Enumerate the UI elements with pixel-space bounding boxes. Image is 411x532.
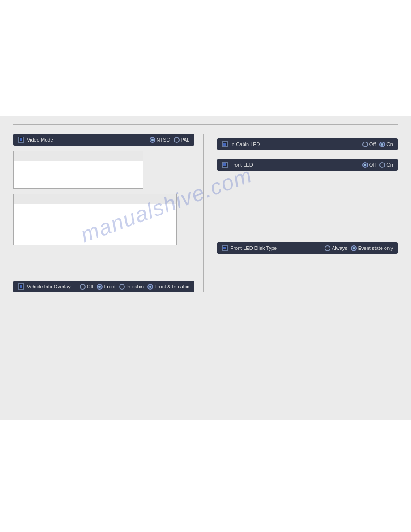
- front-led-row: Front LED Off On: [217, 159, 398, 171]
- blink-always-option[interactable]: Always: [325, 245, 347, 251]
- incabin-off-label: Off: [369, 142, 376, 147]
- bottom-white-area: [0, 420, 411, 532]
- vehicle-info-checkbox-icon[interactable]: [18, 283, 24, 290]
- blink-event-label: Event state only: [358, 245, 393, 251]
- incabin-on-option[interactable]: On: [379, 142, 393, 147]
- front-led-blink-type-row: Front LED Blink Type Always Event state …: [217, 242, 398, 254]
- pal-radio[interactable]: [174, 137, 180, 143]
- in-cabin-led-label: In-Cabin LED: [231, 142, 260, 147]
- front-led-label-group: Front LED: [222, 162, 358, 168]
- vio-frontincabin-option[interactable]: Front & In-cabin: [147, 284, 189, 290]
- frontled-on-option[interactable]: On: [379, 162, 393, 168]
- section-divider: [13, 124, 398, 125]
- video-mode-checkbox-icon[interactable]: [18, 137, 24, 143]
- front-led-blink-label: Front LED Blink Type: [231, 245, 277, 251]
- preview-container-2: [13, 194, 194, 245]
- vio-off-option[interactable]: Off: [80, 284, 93, 290]
- two-column-layout: Video Mode NTSC PAL: [13, 134, 398, 292]
- vio-incabin-label: In-cabin: [126, 284, 144, 289]
- preview-box-2: [13, 194, 177, 245]
- frontled-on-label: On: [386, 162, 393, 167]
- incabin-off-radio[interactable]: [362, 142, 368, 147]
- video-mode-label: Video Mode: [27, 137, 53, 142]
- top-white-area: [0, 0, 411, 116]
- blink-always-radio[interactable]: [325, 245, 330, 251]
- preview-body-2: [14, 204, 176, 245]
- ntsc-radio[interactable]: [150, 137, 155, 143]
- vio-front-radio[interactable]: [97, 284, 103, 290]
- right-column: In-Cabin LED Off On: [204, 134, 398, 292]
- blink-always-label: Always: [332, 245, 347, 251]
- video-mode-row: Video Mode NTSC PAL: [13, 134, 194, 146]
- front-led-label: Front LED: [231, 162, 253, 167]
- preview-container-1: [13, 151, 194, 189]
- frontled-off-radio[interactable]: [362, 162, 368, 168]
- incabin-on-radio[interactable]: [379, 142, 385, 147]
- front-led-blink-checkbox-icon[interactable]: [222, 245, 228, 251]
- pal-option[interactable]: PAL: [174, 137, 190, 143]
- incabin-on-label: On: [386, 142, 393, 147]
- vio-front-label: Front: [104, 284, 116, 289]
- vio-frontincabin-label: Front & In-cabin: [154, 284, 189, 289]
- vio-off-radio[interactable]: [80, 284, 86, 290]
- vehicle-info-overlay-row: Vehicle Info Overlay Off Fr: [13, 281, 194, 292]
- preview-box-1: [13, 151, 143, 189]
- front-led-blink-options: Always Event state only: [325, 245, 393, 251]
- ntsc-option[interactable]: NTSC: [150, 137, 170, 143]
- in-cabin-led-checkbox-icon[interactable]: [222, 141, 228, 147]
- incabin-off-option[interactable]: Off: [362, 142, 376, 147]
- vio-frontincabin-radio[interactable]: [147, 284, 153, 290]
- pal-label: PAL: [181, 137, 190, 142]
- blink-event-radio[interactable]: [351, 245, 357, 251]
- front-led-checkbox-icon[interactable]: [222, 162, 228, 168]
- in-cabin-led-row: In-Cabin LED Off On: [217, 138, 398, 150]
- video-mode-options: NTSC PAL: [150, 137, 190, 143]
- in-cabin-led-label-group: In-Cabin LED: [222, 141, 358, 147]
- vio-incabin-option[interactable]: In-cabin: [119, 284, 144, 290]
- frontled-off-option[interactable]: Off: [362, 162, 376, 168]
- blink-event-option[interactable]: Event state only: [351, 245, 393, 251]
- preview-header-1: [14, 151, 143, 161]
- vio-off-label: Off: [87, 284, 93, 289]
- front-led-blink-label-group: Front LED Blink Type: [222, 245, 320, 251]
- frontled-on-radio[interactable]: [379, 162, 385, 168]
- in-cabin-led-options: Off On: [362, 142, 393, 147]
- preview-body-1: [14, 161, 143, 188]
- preview-header-2: [14, 194, 176, 204]
- right-col-spacer: [217, 180, 398, 233]
- main-content-area: Video Mode NTSC PAL: [0, 116, 411, 420]
- frontled-off-label: Off: [369, 162, 376, 167]
- vehicle-info-label-group: Vehicle Info Overlay: [18, 283, 75, 290]
- ntsc-label: NTSC: [157, 137, 170, 142]
- vio-front-option[interactable]: Front: [97, 284, 116, 290]
- left-column: Video Mode NTSC PAL: [13, 134, 204, 292]
- video-mode-label-group: Video Mode: [18, 137, 145, 143]
- front-led-options: Off On: [362, 162, 393, 168]
- vio-incabin-radio[interactable]: [119, 284, 125, 290]
- vehicle-info-options: Off Front In-cabin: [80, 284, 190, 290]
- vehicle-info-label: Vehicle Info Overlay: [27, 284, 71, 289]
